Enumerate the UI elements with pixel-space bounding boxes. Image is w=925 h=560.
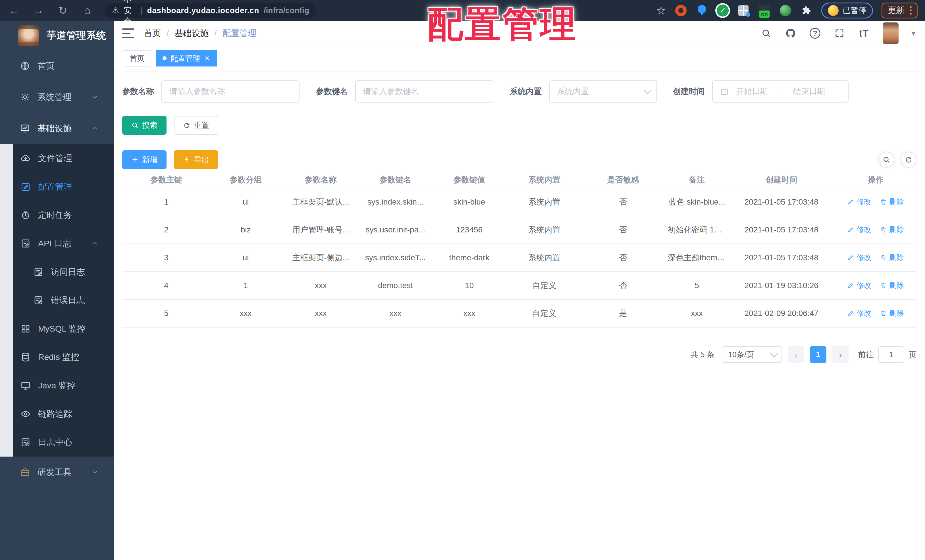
sidebar-item-错误日志[interactable]: 错误日志 [0,286,114,315]
table-body: 1ui主框架页-默认...sys.index.skin...skin-blue系… [122,188,916,327]
extension-cn-icon[interactable]: cn [758,4,771,17]
sidebar-item-API 日志[interactable]: API 日志 [0,229,114,258]
column-header-创建时间: 创建时间 [728,172,835,188]
cell-name: xxx [281,272,361,300]
export-button[interactable]: 导出 [174,150,218,169]
paused-badge[interactable]: 已暂停 [821,3,873,18]
extension-check-icon[interactable]: ✓ [717,5,729,17]
help-icon[interactable]: ? [809,27,821,39]
sidebar-item-定时任务[interactable]: 定时任务 [0,201,114,229]
browser-menu-icon[interactable] [910,6,911,15]
breadcrumb-item-2[interactable]: 基础设施 [175,27,209,39]
search-icon[interactable] [761,27,772,39]
trash-icon [880,310,887,317]
address-bar[interactable]: ⚠ 不安全 | dashboard.yudao.iocoder.cn/infra… [105,3,316,18]
sidebar-item-日志中心[interactable]: 日志中心 [0,428,114,456]
delete-button[interactable]: 删除 [880,225,904,235]
hide-search-button[interactable] [878,152,894,168]
extension-cn-badge: cn [759,11,770,18]
sidebar-item-MySQL 监控[interactable]: MySQL 监控 [0,315,114,343]
edit-button[interactable]: 修改 [847,197,871,207]
filter-form: 参数名称 请输入参数名称 参数键名 请输入参数键名 系统内置 系统内置 创建时间… [122,80,916,102]
bookmark-star-icon[interactable]: ☆ [656,4,666,17]
tab-首页[interactable]: 首页 [123,50,151,66]
next-page-button[interactable]: › [832,346,848,363]
page-size-select[interactable]: 10条/页 [722,346,782,363]
page-content: 参数名称 请输入参数名称 参数键名 请输入参数键名 系统内置 系统内置 创建时间… [114,71,925,560]
extension-orange-icon[interactable] [675,4,687,17]
sidebar-item-label: Redis 监控 [38,351,79,363]
cell-builtin: 自定义 [508,272,580,300]
cell-group: ui [210,188,281,216]
delete-button[interactable]: 删除 [880,253,904,262]
cell-id: 3 [122,244,210,272]
filter-key-input[interactable]: 请输入参数键名 [355,80,493,102]
filter-daterange-picker[interactable]: 开始日期 - 结束日期 [712,80,848,102]
page-1-button[interactable]: 1 [810,346,826,363]
sidebar-item-首页[interactable]: 首页 [0,50,114,81]
breadcrumb-separator: / [167,29,169,38]
filter-name-input[interactable]: 请输入参数名称 [161,80,300,102]
update-label: 更新 [887,5,904,16]
cell-value: skin-blue [430,188,508,216]
sidebar-item-label: 访问日志 [51,266,85,278]
edit-button[interactable]: 修改 [847,308,871,318]
sidebar-item-系统管理[interactable]: 系统管理 [0,81,114,113]
goto-page-input[interactable]: 1 [878,346,904,363]
search-button[interactable]: 搜索 [122,116,167,135]
extension-leaf-icon[interactable] [779,4,792,17]
user-menu-caret-icon[interactable]: ▾ [911,29,915,38]
cell-name: xxx [281,300,361,327]
refresh-button[interactable] [901,152,916,168]
extension-grid-icon[interactable] [737,4,750,17]
cell-builtin: 系统内置 [508,216,580,244]
sidebar-collapse-icon[interactable] [122,29,134,38]
breadcrumb-item-1[interactable]: 首页 [144,27,161,39]
home-icon[interactable]: ⌂ [81,4,94,17]
sidebar-item-文件管理[interactable]: 文件管理 [0,144,114,172]
cell-remark: 深色主题theme... [666,244,728,272]
edit-button[interactable]: 修改 [847,225,871,235]
cell-operations: 修改删除 [835,300,916,327]
extensions-puzzle-icon[interactable] [800,4,813,17]
sidebar-item-label: 研发工具 [38,467,72,478]
delete-button[interactable]: 删除 [880,197,904,207]
main-area: 首页/基础设施/配置管理 ? tT ▾ 首页配置管理× 参数名称 请输入参数名称… [114,21,925,560]
cell-sensitive: 否 [581,244,666,272]
pencil-icon [847,254,854,261]
github-icon[interactable] [785,27,796,39]
column-header-操作: 操作 [835,172,916,188]
toolbox-icon [20,467,30,477]
delete-button-label: 删除 [889,197,904,207]
edit-button[interactable]: 修改 [847,280,871,291]
edit-button[interactable]: 修改 [847,253,871,262]
sidebar-scrollbar[interactable] [0,144,13,456]
delete-button[interactable]: 删除 [880,308,904,318]
app-screen: ← → ↻ ⌂ ⚠ 不安全 | dashboard.yudao.iocoder.… [0,0,925,560]
user-avatar[interactable] [883,23,899,44]
tab-配置管理[interactable]: 配置管理× [156,50,217,66]
sidebar-item-研发工具[interactable]: 研发工具 [0,456,114,488]
sidebar-item-Java 监控[interactable]: Java 监控 [0,371,114,400]
config-table: 参数主键参数分组参数名称参数键名参数键值系统内置是否敏感备注创建时间操作 1ui… [122,172,916,328]
sidebar-item-链路追踪[interactable]: 链路追踪 [0,400,114,428]
sidebar-logo-row[interactable]: 芋道管理系统 [0,21,114,50]
forward-icon[interactable]: → [32,4,45,17]
close-icon[interactable]: × [204,54,210,63]
add-button[interactable]: 新增 [122,150,167,169]
prev-page-button[interactable]: ‹ [788,346,804,363]
sidebar-item-访问日志[interactable]: 访问日志 [0,258,114,286]
cell-operations: 修改删除 [835,244,916,272]
sidebar-item-配置管理[interactable]: 配置管理 [0,172,114,201]
reset-button[interactable]: 重置 [174,116,218,135]
back-icon[interactable]: ← [8,4,21,17]
sidebar-item-Redis 监控[interactable]: Redis 监控 [0,343,114,371]
delete-button[interactable]: 删除 [880,280,904,291]
extension-pin-icon[interactable] [696,4,708,17]
reload-icon[interactable]: ↻ [56,4,69,17]
sidebar-item-基础设施[interactable]: 基础设施 [0,113,114,144]
fullscreen-icon[interactable] [834,27,845,39]
browser-update-button[interactable]: 更新 [881,3,917,18]
filter-builtin-select[interactable]: 系统内置 [549,80,657,102]
font-size-icon[interactable]: tT [858,27,869,39]
